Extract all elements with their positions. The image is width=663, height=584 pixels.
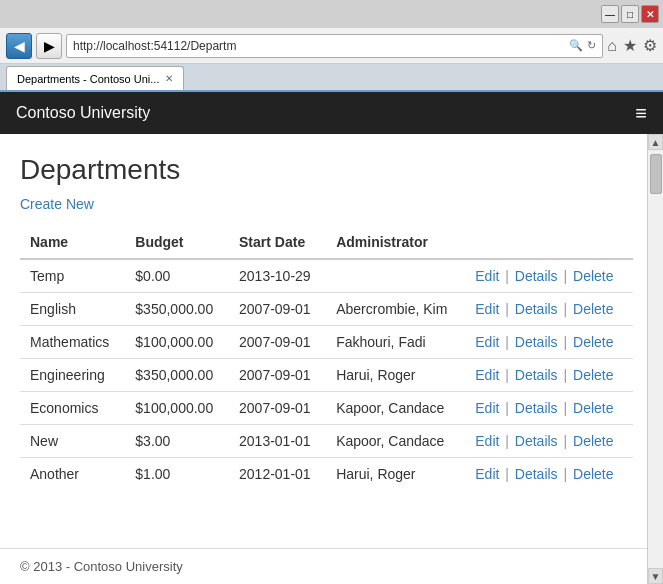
address-bar[interactable]: http://localhost:54112/Departm 🔍 ↻ (66, 34, 603, 58)
edit-link[interactable]: Edit (475, 334, 499, 350)
sep1: | (501, 433, 512, 449)
cell-start-date: 2007-09-01 (229, 293, 326, 326)
cell-budget: $3.00 (125, 425, 229, 458)
edit-link[interactable]: Edit (475, 301, 499, 317)
hamburger-menu[interactable]: ≡ (635, 102, 647, 125)
sep2: | (560, 268, 571, 284)
cell-administrator: Kapoor, Candace (326, 392, 465, 425)
browser-window: — □ ✕ ◀ ▶ http://localhost:54112/Departm… (0, 0, 663, 584)
sep2: | (560, 367, 571, 383)
table-row: Economics$100,000.002007-09-01Kapoor, Ca… (20, 392, 633, 425)
cell-start-date: 2013-01-01 (229, 425, 326, 458)
footer-text: © 2013 - Contoso University (20, 559, 183, 574)
home-icon[interactable]: ⌂ (607, 37, 617, 55)
cell-name: Economics (20, 392, 125, 425)
cell-administrator: Harui, Roger (326, 458, 465, 491)
active-tab[interactable]: Departments - Contoso Uni... ✕ (6, 66, 184, 90)
star-icon[interactable]: ★ (623, 36, 637, 55)
edit-link[interactable]: Edit (475, 268, 499, 284)
table-row: Another$1.002012-01-01Harui, RogerEdit |… (20, 458, 633, 491)
main-content: Departments Create New Name Budget Start… (0, 134, 663, 548)
cell-name: New (20, 425, 125, 458)
forward-button[interactable]: ▶ (36, 33, 62, 59)
edit-link[interactable]: Edit (475, 400, 499, 416)
sep2: | (560, 334, 571, 350)
title-bar: — □ ✕ (0, 0, 663, 28)
edit-link[interactable]: Edit (475, 367, 499, 383)
table-header-row: Name Budget Start Date Administrator (20, 226, 633, 259)
details-link[interactable]: Details (515, 268, 558, 284)
sep1: | (501, 334, 512, 350)
refresh-icon: ↻ (587, 39, 596, 52)
cell-budget: $1.00 (125, 458, 229, 491)
sep2: | (560, 466, 571, 482)
details-link[interactable]: Details (515, 301, 558, 317)
nav-icons: ⌂ ★ ⚙ (607, 36, 657, 55)
cell-name: Temp (20, 259, 125, 293)
minimize-button[interactable]: — (601, 5, 619, 23)
sep1: | (501, 301, 512, 317)
delete-link[interactable]: Delete (573, 301, 613, 317)
cell-actions: Edit | Details | Delete (465, 326, 633, 359)
delete-link[interactable]: Delete (573, 334, 613, 350)
delete-link[interactable]: Delete (573, 268, 613, 284)
cell-administrator: Kapoor, Candace (326, 425, 465, 458)
scroll-thumb[interactable] (650, 154, 662, 194)
cell-actions: Edit | Details | Delete (465, 293, 633, 326)
cell-name: English (20, 293, 125, 326)
cell-start-date: 2013-10-29 (229, 259, 326, 293)
cell-budget: $350,000.00 (125, 359, 229, 392)
col-administrator: Administrator (326, 226, 465, 259)
edit-link[interactable]: Edit (475, 433, 499, 449)
sep2: | (560, 433, 571, 449)
delete-link[interactable]: Delete (573, 400, 613, 416)
scroll-up-arrow[interactable]: ▲ (648, 134, 663, 150)
cell-budget: $100,000.00 (125, 392, 229, 425)
tab-bar: Departments - Contoso Uni... ✕ (0, 64, 663, 92)
table-row: Engineering$350,000.002007-09-01Harui, R… (20, 359, 633, 392)
cell-start-date: 2007-09-01 (229, 359, 326, 392)
departments-table: Name Budget Start Date Administrator Tem… (20, 226, 633, 490)
cell-start-date: 2007-09-01 (229, 326, 326, 359)
create-new-link[interactable]: Create New (20, 196, 94, 212)
details-link[interactable]: Details (515, 334, 558, 350)
tab-title: Departments - Contoso Uni... (17, 73, 159, 85)
cell-actions: Edit | Details | Delete (465, 458, 633, 491)
maximize-button[interactable]: □ (621, 5, 639, 23)
cell-actions: Edit | Details | Delete (465, 359, 633, 392)
scrollbar[interactable]: ▲ ▼ (647, 134, 663, 584)
details-link[interactable]: Details (515, 466, 558, 482)
details-link[interactable]: Details (515, 400, 558, 416)
cell-administrator: Fakhouri, Fadi (326, 326, 465, 359)
delete-link[interactable]: Delete (573, 466, 613, 482)
back-button[interactable]: ◀ (6, 33, 32, 59)
search-icon: 🔍 (569, 39, 583, 52)
gear-icon[interactable]: ⚙ (643, 36, 657, 55)
address-text: http://localhost:54112/Departm (73, 39, 565, 53)
cell-name: Mathematics (20, 326, 125, 359)
scroll-down-arrow[interactable]: ▼ (648, 568, 663, 584)
app-title: Contoso University (16, 104, 635, 122)
tab-close-icon[interactable]: ✕ (165, 73, 173, 84)
delete-link[interactable]: Delete (573, 433, 613, 449)
cell-actions: Edit | Details | Delete (465, 259, 633, 293)
close-button[interactable]: ✕ (641, 5, 659, 23)
cell-start-date: 2007-09-01 (229, 392, 326, 425)
delete-link[interactable]: Delete (573, 367, 613, 383)
cell-administrator: Abercrombie, Kim (326, 293, 465, 326)
details-link[interactable]: Details (515, 367, 558, 383)
sep2: | (560, 301, 571, 317)
nav-bar: ◀ ▶ http://localhost:54112/Departm 🔍 ↻ ⌂… (0, 28, 663, 64)
edit-link[interactable]: Edit (475, 466, 499, 482)
cell-name: Engineering (20, 359, 125, 392)
sep2: | (560, 400, 571, 416)
table-row: Temp$0.002013-10-29Edit | Details | Dele… (20, 259, 633, 293)
details-link[interactable]: Details (515, 433, 558, 449)
cell-administrator: Harui, Roger (326, 359, 465, 392)
footer: © 2013 - Contoso University (0, 548, 663, 584)
col-start-date: Start Date (229, 226, 326, 259)
table-row: Mathematics$100,000.002007-09-01Fakhouri… (20, 326, 633, 359)
col-name: Name (20, 226, 125, 259)
cell-administrator (326, 259, 465, 293)
sep1: | (501, 367, 512, 383)
